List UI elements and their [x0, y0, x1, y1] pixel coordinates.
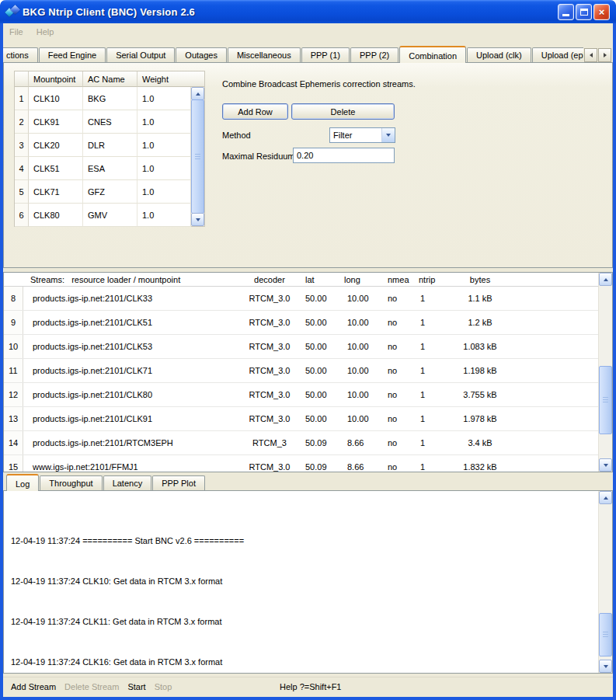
- cell-weight[interactable]: 1.0: [137, 87, 191, 110]
- stream-decoder[interactable]: RTCM_3.0: [238, 311, 301, 334]
- delete-button[interactable]: Delete: [291, 103, 395, 120]
- cell-mountpoint[interactable]: CLK80: [29, 204, 83, 227]
- combination-row[interactable]: 1 CLK10 BKG 1.0: [15, 87, 204, 110]
- tab[interactable]: Upload (eph): [532, 47, 583, 62]
- stream-bytes[interactable]: 1.832 kB: [447, 455, 513, 472]
- cell-ac-name[interactable]: GFZ: [83, 180, 137, 204]
- cell-weight[interactable]: 1.0: [137, 204, 191, 227]
- tab-scroll-left-button[interactable]: [584, 48, 597, 62]
- stream-lat[interactable]: 50.00: [301, 287, 338, 310]
- cell-mountpoint[interactable]: CLK51: [29, 157, 83, 180]
- stream-bytes[interactable]: 1.1 kB: [447, 287, 513, 310]
- stream-ntrip[interactable]: 1: [414, 407, 447, 430]
- minimize-button[interactable]: [558, 4, 574, 20]
- stream-ntrip[interactable]: 1: [414, 311, 447, 334]
- stream-mountpoint[interactable]: products.igs-ip.net:2101/CLK51: [23, 311, 238, 334]
- cell-ac-name[interactable]: BKG: [83, 87, 137, 110]
- scrollbar-thumb[interactable]: [599, 613, 612, 656]
- streams-scrollbar[interactable]: [598, 273, 612, 472]
- cell-ac-name[interactable]: GMV: [83, 204, 137, 227]
- stream-decoder[interactable]: RTCM_3: [238, 431, 301, 454]
- stream-row[interactable]: 15 www.igs-ip.net:2101/FFMJ1 RTCM_3.0 50…: [4, 455, 612, 472]
- tab[interactable]: PPP (1): [301, 47, 350, 62]
- tab[interactable]: Combination: [399, 46, 466, 63]
- dropdown-button[interactable]: [381, 128, 395, 142]
- close-button[interactable]: ×: [593, 4, 610, 20]
- maximal-residuum-input[interactable]: [293, 148, 395, 163]
- scroll-up-button[interactable]: [191, 87, 204, 100]
- cell-weight[interactable]: 1.0: [137, 157, 191, 180]
- maximize-button[interactable]: [576, 4, 592, 20]
- stream-lat[interactable]: 50.00: [301, 383, 338, 406]
- stream-long[interactable]: 10.00: [338, 335, 378, 358]
- tab-scroll-right-button[interactable]: [598, 48, 611, 62]
- cell-mountpoint[interactable]: CLK91: [29, 110, 83, 134]
- statusbar-action[interactable]: Add Stream: [11, 682, 56, 691]
- scrollbar-thumb[interactable]: [191, 99, 204, 214]
- stream-nmea[interactable]: no: [378, 311, 414, 334]
- stream-mountpoint[interactable]: www.igs-ip.net:2101/FFMJ1: [23, 455, 238, 472]
- scrollbar-thumb[interactable]: [599, 366, 612, 434]
- stream-lat[interactable]: 50.09: [301, 455, 338, 472]
- stream-row[interactable]: 9 products.igs-ip.net:2101/CLK51 RTCM_3.…: [4, 311, 612, 335]
- stream-bytes[interactable]: 1.2 kB: [447, 311, 513, 334]
- stream-decoder[interactable]: RTCM_3.0: [238, 407, 301, 430]
- stream-lat[interactable]: 50.00: [301, 311, 338, 334]
- stream-decoder[interactable]: RTCM_3.0: [238, 359, 301, 382]
- stream-long[interactable]: 8.66: [338, 455, 378, 472]
- tab[interactable]: Log: [6, 474, 39, 491]
- tab[interactable]: Miscellaneous: [228, 47, 301, 62]
- cell-weight[interactable]: 1.0: [137, 180, 191, 204]
- combination-row[interactable]: 4 CLK51 ESA 1.0: [15, 157, 204, 180]
- scroll-down-button[interactable]: [599, 660, 612, 673]
- tab[interactable]: Latency: [103, 475, 152, 490]
- stream-row[interactable]: 11 products.igs-ip.net:2101/CLK71 RTCM_3…: [4, 359, 612, 383]
- stream-row[interactable]: 10 products.igs-ip.net:2101/CLK53 RTCM_3…: [4, 335, 612, 359]
- scroll-down-button[interactable]: [599, 458, 612, 472]
- tab[interactable]: Serial Output: [106, 47, 175, 62]
- menu-help[interactable]: Help: [37, 27, 54, 37]
- scroll-up-button[interactable]: [599, 273, 612, 286]
- cell-ac-name[interactable]: ESA: [83, 157, 137, 180]
- stream-row[interactable]: 8 products.igs-ip.net:2101/CLK33 RTCM_3.…: [4, 287, 612, 311]
- stream-mountpoint[interactable]: products.igs-ip.net:2101/CLK53: [23, 335, 238, 358]
- stream-ntrip[interactable]: 1: [414, 383, 447, 406]
- cell-mountpoint[interactable]: CLK10: [29, 87, 83, 110]
- tab[interactable]: PPP Plot: [152, 475, 205, 490]
- stream-nmea[interactable]: no: [378, 359, 414, 382]
- stream-long[interactable]: 10.00: [338, 407, 378, 430]
- stream-nmea[interactable]: no: [378, 287, 414, 310]
- stream-decoder[interactable]: RTCM_3.0: [238, 383, 301, 406]
- stream-bytes[interactable]: 1.978 kB: [447, 407, 513, 430]
- stream-row[interactable]: 14 products.igs-ip.net:2101/RTCM3EPH RTC…: [4, 431, 612, 455]
- cell-ac-name[interactable]: CNES: [83, 110, 137, 134]
- stream-row[interactable]: 12 products.igs-ip.net:2101/CLK80 RTCM_3…: [4, 383, 612, 407]
- stream-mountpoint[interactable]: products.igs-ip.net:2101/RTCM3EPH: [23, 431, 238, 454]
- cell-weight[interactable]: 1.0: [137, 134, 191, 157]
- statusbar-action[interactable]: Delete Stream: [64, 682, 119, 691]
- combination-row[interactable]: 5 CLK71 GFZ 1.0: [15, 180, 204, 204]
- stream-ntrip[interactable]: 1: [414, 287, 447, 310]
- stream-lat[interactable]: 50.00: [301, 359, 338, 382]
- tab[interactable]: Throughput: [40, 475, 102, 490]
- stream-decoder[interactable]: RTCM_3.0: [238, 287, 301, 310]
- stream-row[interactable]: 13 products.igs-ip.net:2101/CLK91 RTCM_3…: [4, 407, 612, 431]
- stream-nmea[interactable]: no: [378, 431, 414, 454]
- scroll-down-button[interactable]: [191, 213, 204, 226]
- titlebar[interactable]: BKG Ntrip Client (BNC) Version 2.6 ×: [0, 0, 616, 23]
- cell-weight[interactable]: 1.0: [137, 110, 191, 134]
- stream-mountpoint[interactable]: products.igs-ip.net:2101/CLK80: [23, 383, 238, 406]
- stream-decoder[interactable]: RTCM_3.0: [238, 335, 301, 358]
- stream-bytes[interactable]: 3.755 kB: [447, 383, 513, 406]
- stream-ntrip[interactable]: 1: [414, 359, 447, 382]
- log-scrollbar[interactable]: [598, 491, 612, 673]
- stream-bytes[interactable]: 1.083 kB: [447, 335, 513, 358]
- combination-row[interactable]: 3 CLK20 DLR 1.0: [15, 134, 204, 157]
- stream-long[interactable]: 10.00: [338, 287, 378, 310]
- statusbar-action[interactable]: Start: [127, 682, 145, 691]
- stream-mountpoint[interactable]: products.igs-ip.net:2101/CLK71: [23, 359, 238, 382]
- stream-bytes[interactable]: 3.4 kB: [447, 431, 513, 454]
- stream-decoder[interactable]: RTCM_3.0: [238, 455, 301, 472]
- combination-table-scrollbar[interactable]: [190, 87, 204, 226]
- stream-nmea[interactable]: no: [378, 407, 414, 430]
